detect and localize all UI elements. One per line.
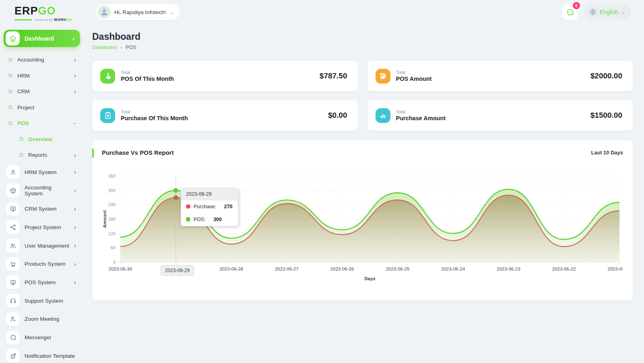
breadcrumb-current: POS xyxy=(126,45,136,50)
logo-text: ERPGO xyxy=(14,6,84,16)
sidebar-item-label: Overview xyxy=(28,136,52,142)
sidebar-item-label: Dashboard xyxy=(25,35,54,42)
purchase-vs-pos-chart[interactable]: 0601201802403003602023-06-302023-06-2920… xyxy=(102,173,623,284)
chart-card: Purchase Vs POS Report Last 10 Days 0601… xyxy=(92,140,633,300)
sidebar-subitem-reports[interactable]: Reports› xyxy=(4,147,80,163)
svg-text:360: 360 xyxy=(108,174,116,178)
svg-text:2023-06-22: 2023-06-22 xyxy=(552,267,576,271)
sidebar-menu: Accounting› HRM› CRM› Project POS› Overv… xyxy=(4,52,80,363)
bar-chart-icon xyxy=(376,108,390,123)
donut-icon xyxy=(8,105,13,110)
language-label: English xyxy=(600,9,618,15)
x-axis-tooltip: 2023-06-29 xyxy=(161,265,194,276)
sidebar-item-hrm-system[interactable]: HRM System› xyxy=(4,163,80,182)
donut-icon xyxy=(19,152,24,158)
donut-icon xyxy=(8,121,13,126)
sidebar-item-crm[interactable]: CRM› xyxy=(4,84,80,100)
app-logo[interactable]: ERPGO Powered By WORKDO xyxy=(0,2,84,22)
sidebar-item-label: Project xyxy=(17,105,34,111)
tooltip-date: 2023-06-29 xyxy=(181,189,238,200)
sidebar-item-crm-system[interactable]: CRM System› xyxy=(4,200,80,218)
screen-icon xyxy=(6,202,20,216)
sidebar-item-pos[interactable]: POS› xyxy=(4,115,80,131)
main-content: Dashboard Dashboard › POS Total POS Of T… xyxy=(84,0,644,300)
sidebar-item-label: Accounting System xyxy=(25,185,69,197)
sidebar-item-label: Notification Template xyxy=(25,353,75,359)
person-icon xyxy=(6,165,20,179)
svg-text:300: 300 xyxy=(108,188,116,193)
user-menu-button[interactable]: Hi, Rajodiya Infotech! ⌄ xyxy=(96,4,180,20)
breadcrumb-dashboard-link[interactable]: Dashboard xyxy=(92,45,117,50)
svg-text:2023-06-28: 2023-06-28 xyxy=(219,267,243,271)
donut-icon xyxy=(19,137,24,142)
sidebar-item-accounting[interactable]: Accounting› xyxy=(4,52,80,68)
stat-card-purchase-amount: Total Purchase Amount $1500.00 xyxy=(367,100,633,131)
language-selector[interactable]: English ⌄ xyxy=(584,4,631,20)
sidebar-item-project-system[interactable]: Project System› xyxy=(4,218,80,237)
svg-text:120: 120 xyxy=(108,231,116,236)
notifications-button[interactable]: 0 xyxy=(562,4,578,20)
svg-text:2023-06-25: 2023-06-25 xyxy=(386,267,409,271)
sidebar-item-notification-template[interactable]: Notification Template xyxy=(4,347,80,363)
chart-tooltip: 2023-06-29 Purchase: 270 POS: 300 xyxy=(181,188,239,226)
sidebar-item-label: User Management xyxy=(25,243,69,249)
sidebar-item-dashboard[interactable]: Dashboard › xyxy=(4,30,80,47)
sidebar-item-accounting-system[interactable]: Accounting System› xyxy=(4,181,80,200)
stat-card-value: $787.50 xyxy=(320,72,347,80)
chevron-right-icon: › xyxy=(74,206,76,212)
svg-text:2023-06-23: 2023-06-23 xyxy=(497,267,520,271)
stat-card-pos-of-this-month: Total POS Of This Month $787.50 xyxy=(92,61,358,91)
chart-period-label: Last 10 Days xyxy=(591,150,623,156)
chevron-down-icon: ⌄ xyxy=(621,9,625,15)
stat-card-pos-amount: Total POS Amount $2000.00 xyxy=(367,61,633,91)
sidebar-item-label: HRM xyxy=(17,73,30,79)
svg-text:2023-06-21: 2023-06-21 xyxy=(608,267,623,271)
tap-icon xyxy=(100,69,115,84)
svg-text:2023-06-30: 2023-06-30 xyxy=(109,267,132,271)
powered-by-text: Powered By WORKDO xyxy=(35,18,72,22)
home-icon xyxy=(9,35,17,42)
breadcrumb: Dashboard › POS xyxy=(92,45,633,50)
sidebar-item-label: Messenger xyxy=(25,334,52,340)
sidebar-item-messenger[interactable]: Messenger xyxy=(4,328,80,347)
sidebar-item-support-system[interactable]: Support System xyxy=(4,291,80,310)
sidebar-item-label: Reports xyxy=(28,152,47,158)
x-axis-title: Days xyxy=(364,276,376,281)
chevron-right-icon: › xyxy=(74,279,76,285)
sidebar-item-label: Zoom Meeting xyxy=(25,316,59,322)
sidebar-item-hrm[interactable]: HRM› xyxy=(4,68,80,84)
sidebar-item-label: POS System xyxy=(25,279,56,285)
person-check-icon xyxy=(6,312,20,326)
donut-icon xyxy=(8,57,13,62)
sidebar: Dashboard › Accounting› HRM› CRM› Projec… xyxy=(0,30,84,363)
topbar: ERPGO Powered By WORKDO Hi, Rajodiya Inf… xyxy=(0,0,644,24)
stat-card-title: POS Of This Month xyxy=(121,76,174,82)
sidebar-item-label: Products System xyxy=(25,261,66,267)
svg-text:$: $ xyxy=(107,114,109,118)
stat-card-label: Total xyxy=(396,109,446,114)
sidebar-item-pos-system[interactable]: POS System› xyxy=(4,273,80,292)
svg-text:0: 0 xyxy=(113,260,116,265)
sidebar-item-zoom-meeting[interactable]: Zoom Meeting xyxy=(4,310,80,328)
chevron-right-icon: › xyxy=(74,187,76,194)
user-avatar xyxy=(98,6,111,18)
sidebar-item-label: Support System xyxy=(25,298,63,304)
chevron-right-icon: › xyxy=(74,261,76,267)
chevron-right-icon: › xyxy=(74,88,76,95)
chevron-right-icon: › xyxy=(74,57,76,63)
stat-card-label: Total xyxy=(121,109,188,114)
sidebar-subitem-overview[interactable]: Overview xyxy=(4,131,80,148)
stat-card-value: $1500.00 xyxy=(590,111,622,120)
sidebar-item-project[interactable]: Project xyxy=(4,100,80,116)
sidebar-item-products-system[interactable]: Products System› xyxy=(4,255,80,273)
chat-icon xyxy=(6,331,20,345)
svg-text:240: 240 xyxy=(108,202,116,207)
sidebar-item-user-management[interactable]: User Management› xyxy=(4,236,80,255)
chevron-right-icon: › xyxy=(74,224,76,230)
chevron-right-icon: › xyxy=(74,242,76,249)
chevron-down-icon: › xyxy=(72,122,78,124)
sidebar-item-label: Accounting xyxy=(17,57,44,63)
series-dot-icon xyxy=(186,204,190,209)
chart-title: Purchase Vs POS Report xyxy=(102,149,173,156)
chevron-right-icon: › xyxy=(120,45,122,50)
